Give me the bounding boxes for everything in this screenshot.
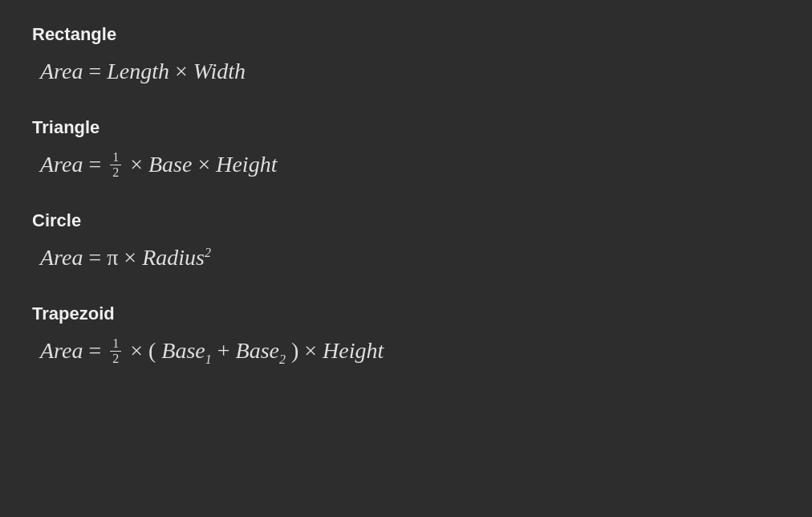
circle-title: Circle — [32, 210, 780, 231]
half-fraction: 1 2 — [110, 151, 121, 179]
rectangle-formula: Area = Length × Width — [32, 55, 780, 88]
base1-label: Base1 — [161, 338, 211, 363]
area-label-2: Area — [40, 152, 83, 177]
fraction-denominator-2: 2 — [110, 352, 121, 365]
base2-subscript: 2 — [279, 352, 286, 366]
height-label: Height — [216, 152, 277, 177]
fraction-denominator: 2 — [110, 165, 121, 179]
area-label-3: Area — [40, 245, 83, 270]
equals-sign: = — [88, 59, 107, 83]
base2-label: Base2 — [236, 338, 286, 363]
times-sign-3: × — [197, 152, 216, 177]
triangle-title: Triangle — [32, 117, 780, 138]
half-fraction-2: 1 2 — [110, 337, 121, 365]
area-label: Area — [40, 59, 83, 83]
width-label: Width — [193, 59, 246, 83]
fraction-numerator-2: 1 — [110, 337, 121, 352]
trapezoid-formula: Area = 1 2 × ( Base1 + Base2 ) × Height — [32, 334, 780, 369]
times-sign-5: × ( — [130, 338, 156, 363]
circle-section: Circle Area = π × Radius2 — [32, 210, 780, 275]
pi-symbol: π — [107, 245, 118, 270]
equals-sign-2: = — [88, 152, 107, 177]
times-sign-2: × — [130, 152, 148, 177]
close-paren: ) × — [291, 338, 323, 363]
base1-subscript: 1 — [205, 352, 212, 366]
equals-sign-4: = — [88, 338, 107, 363]
trapezoid-section: Trapezoid Area = 1 2 × ( Base1 + Base2 )… — [32, 303, 780, 369]
fraction-numerator: 1 — [110, 151, 121, 165]
circle-formula: Area = π × Radius2 — [32, 241, 780, 275]
height-label-2: Height — [323, 338, 384, 363]
times-sign-4: × — [124, 245, 142, 270]
rectangle-section: Rectangle Area = Length × Width — [32, 24, 780, 88]
triangle-formula: Area = 1 2 × Base × Height — [32, 148, 780, 181]
triangle-section: Triangle Area = 1 2 × Base × Height — [32, 117, 780, 181]
times-sign-1: × — [175, 59, 193, 83]
base-label: Base — [148, 152, 192, 177]
length-label: Length — [107, 59, 169, 83]
radius-superscript: 2 — [205, 246, 211, 259]
trapezoid-title: Trapezoid — [32, 303, 780, 324]
area-label-4: Area — [40, 338, 83, 363]
radius-label: Radius2 — [142, 245, 211, 270]
rectangle-title: Rectangle — [32, 24, 780, 45]
plus-sign: + — [217, 338, 236, 363]
equals-sign-3: = — [88, 245, 107, 270]
